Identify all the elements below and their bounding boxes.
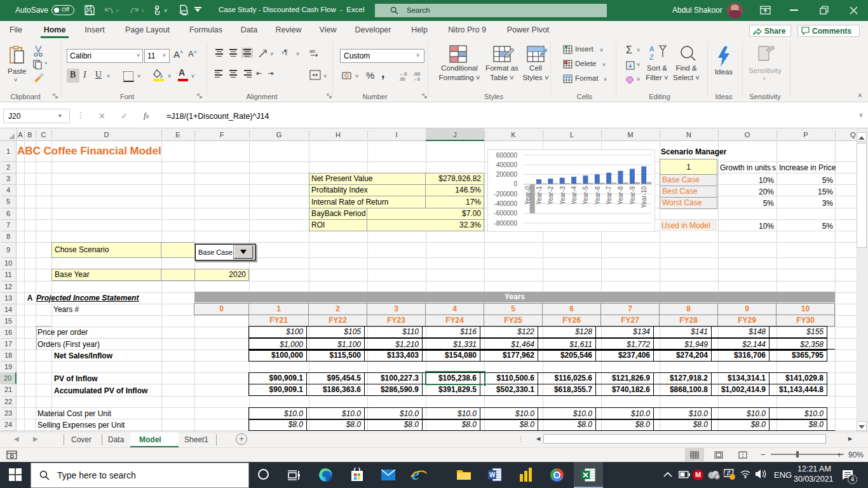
svg-text:-400000: -400000 [494,200,517,207]
svg-text:Year-6: Year-6 [594,186,601,205]
svg-text:Year-4: Year-4 [571,186,578,205]
svg-text:A: A [649,45,654,53]
svg-text:200000: 200000 [496,171,518,178]
svg-text:Year-9: Year-9 [629,186,636,205]
svg-text:←0: ←0 [399,71,407,77]
svg-text:ab: ab [309,48,315,54]
svg-text:Year-3: Year-3 [559,186,566,205]
svg-text:Year-0: Year-0 [524,186,531,205]
svg-text:Year-8: Year-8 [617,186,624,205]
svg-text:Year-2: Year-2 [547,186,554,205]
svg-text:.00: .00 [413,71,421,77]
svg-text:400000: 400000 [496,161,518,168]
svg-text:600000: 600000 [496,152,518,159]
svg-text:W: W [489,471,496,478]
svg-text:→0: →0 [413,77,420,81]
svg-text:-800000: -800000 [494,220,517,227]
svg-text:Year-1: Year-1 [536,186,543,205]
svg-text:0: 0 [513,180,517,187]
svg-text:Year-7: Year-7 [606,186,613,205]
svg-text:.00: .00 [399,77,405,81]
svg-text:Year-10: Year-10 [641,186,648,208]
svg-text:Z: Z [649,53,654,61]
svg-text:Year-5: Year-5 [582,186,589,205]
svg-text:-600000: -600000 [494,210,517,217]
svg-text:-200000: -200000 [494,191,517,198]
